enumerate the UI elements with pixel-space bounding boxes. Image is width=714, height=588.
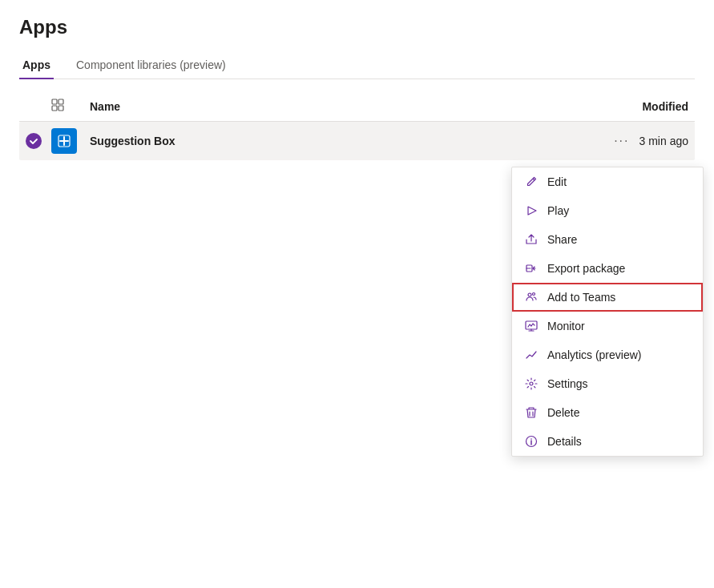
analytics-icon — [525, 348, 538, 361]
page-title: Apps — [19, 16, 695, 38]
delete-label: Delete — [547, 406, 579, 419]
page-header: Apps Apps Component libraries (preview) — [0, 0, 714, 79]
grid-icon — [51, 99, 64, 111]
export-icon — [525, 262, 538, 275]
teams-icon — [525, 291, 538, 304]
edit-label: Edit — [547, 175, 567, 188]
settings-label: Settings — [547, 377, 588, 390]
tabs-container: Apps Component libraries (preview) — [19, 51, 695, 79]
export-label: Export package — [547, 262, 625, 275]
col-modified-header: Modified — [534, 100, 695, 113]
row-modified-area: ··· 3 min ago — [534, 131, 695, 151]
menu-item-monitor[interactable]: Monitor — [512, 312, 703, 340]
play-label: Play — [547, 204, 569, 217]
add-to-teams-label: Add to Teams — [547, 291, 615, 304]
tab-apps[interactable]: Apps — [19, 52, 54, 79]
svg-point-6 — [528, 293, 531, 296]
col-name-header: Name — [90, 100, 534, 113]
menu-item-export[interactable]: Export package — [512, 254, 703, 283]
col-icon-header — [51, 99, 90, 115]
share-label: Share — [547, 233, 577, 246]
svg-rect-0 — [52, 99, 57, 104]
settings-icon — [525, 377, 538, 390]
tab-component-libraries[interactable]: Component libraries (preview) — [73, 52, 229, 79]
context-menu: Edit Play Share Export package — [511, 167, 704, 457]
menu-item-share[interactable]: Share — [512, 225, 703, 254]
app-name: Suggestion Box — [90, 135, 534, 147]
info-icon — [525, 435, 538, 448]
table-row: Suggestion Box ··· 3 min ago — [19, 122, 695, 160]
svg-rect-1 — [58, 99, 63, 104]
modified-time: 3 min ago — [639, 135, 688, 147]
app-icon-box — [51, 128, 77, 154]
check-icon — [26, 133, 42, 149]
svg-rect-3 — [58, 106, 63, 111]
monitor-label: Monitor — [547, 320, 585, 332]
menu-item-settings[interactable]: Settings — [512, 369, 703, 398]
share-icon — [525, 233, 538, 246]
menu-item-delete[interactable]: Delete — [512, 398, 703, 427]
svg-point-9 — [530, 382, 533, 385]
play-icon — [525, 204, 538, 217]
row-app-icon — [51, 128, 90, 154]
ellipsis-button[interactable]: ··· — [611, 131, 632, 151]
menu-item-edit[interactable]: Edit — [512, 167, 703, 196]
menu-item-analytics[interactable]: Analytics (preview) — [512, 340, 703, 369]
row-check[interactable] — [19, 133, 51, 149]
analytics-label: Analytics (preview) — [547, 348, 641, 361]
menu-item-details[interactable]: Details — [512, 427, 703, 456]
menu-item-play[interactable]: Play — [512, 196, 703, 225]
svg-rect-2 — [52, 106, 57, 111]
content-area: Name Modified Suggestion Box ··· 3 min a… — [0, 79, 714, 173]
delete-icon — [525, 406, 538, 419]
svg-point-7 — [533, 293, 535, 296]
table-header: Name Modified — [19, 92, 695, 122]
edit-icon — [525, 175, 538, 188]
details-label: Details — [547, 435, 582, 448]
monitor-icon — [525, 320, 538, 332]
svg-point-11 — [530, 438, 532, 440]
menu-item-add-to-teams[interactable]: Add to Teams — [512, 283, 703, 312]
